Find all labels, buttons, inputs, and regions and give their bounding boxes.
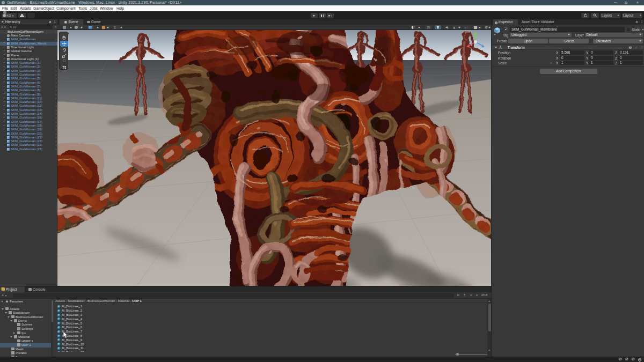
svg-text:9999: 9999 — [465, 31, 471, 33]
